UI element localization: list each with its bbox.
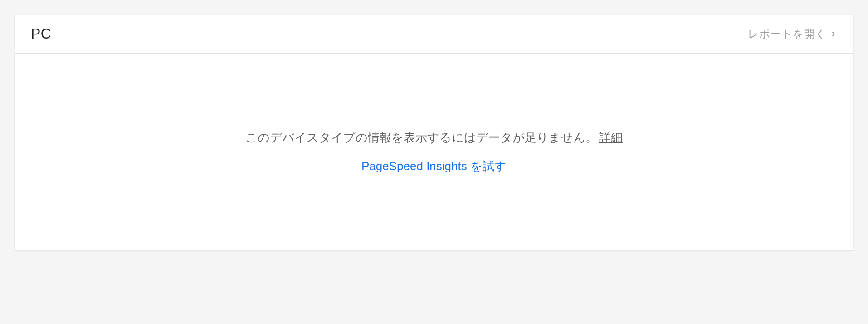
- insufficient-data-message: このデバイスタイプの情報を表示するにはデータが足りません。: [245, 130, 597, 146]
- card-title: PC: [31, 25, 51, 42]
- pagespeed-insights-link[interactable]: PageSpeed Insights を試す: [361, 158, 507, 174]
- card-body: このデバイスタイプの情報を表示するにはデータが足りません。 詳細 PageSpe…: [15, 54, 853, 250]
- device-card: PC レポートを開く このデバイスタイプの情報を表示するにはデータが足りません。…: [15, 15, 853, 250]
- insufficient-data-row: このデバイスタイプの情報を表示するにはデータが足りません。 詳細: [245, 130, 623, 146]
- card-header: PC レポートを開く: [15, 15, 853, 54]
- chevron-right-icon: [830, 30, 837, 38]
- details-link[interactable]: 詳細: [599, 130, 623, 146]
- open-report-link[interactable]: レポートを開く: [748, 27, 837, 41]
- open-report-label: レポートを開く: [748, 27, 826, 41]
